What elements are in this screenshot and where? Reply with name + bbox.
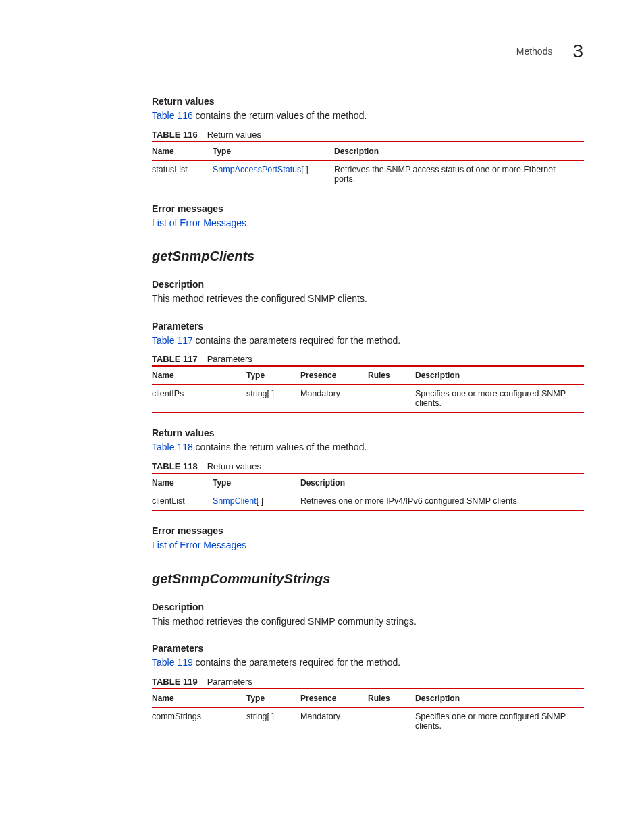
page-header: Methods 3 — [152, 41, 583, 62]
table-119: Name Type Presence Rules Description com… — [152, 688, 584, 735]
col-rules: Rules — [368, 366, 415, 385]
heading-description: Description — [152, 279, 583, 290]
col-type: Type — [246, 689, 300, 708]
table-117: Name Type Presence Rules Description cli… — [152, 365, 584, 413]
cell-type: string[ ] — [246, 385, 300, 413]
col-type: Type — [213, 473, 300, 492]
cell-description: Retrieves one or more IPv4/IPv6 configur… — [300, 492, 584, 510]
cell-type: SnmpAccessPortStatus[ ] — [213, 160, 334, 188]
cell-name: commStrings — [152, 707, 246, 735]
cell-rules — [368, 707, 415, 735]
col-description: Description — [415, 366, 584, 385]
table-119-caption: TABLE 119Parameters — [152, 677, 583, 687]
table-118-link[interactable]: Table 118 — [152, 442, 193, 452]
header-section-label: Methods — [516, 46, 553, 57]
table-116-caption: TABLE 116Return values — [152, 130, 583, 140]
cell-description: Retrieves the SNMP access status of one … — [334, 160, 584, 188]
col-description: Description — [300, 473, 584, 492]
col-name: Name — [152, 473, 213, 492]
method-title-getsnmpclients: getSnmpClients — [152, 249, 583, 264]
col-rules: Rules — [368, 689, 415, 708]
heading-description: Description — [152, 602, 583, 613]
heading-return-values: Return values — [152, 427, 583, 438]
cell-presence: Mandatory — [300, 707, 368, 735]
cell-type: string[ ] — [246, 707, 300, 735]
col-presence: Presence — [300, 366, 368, 385]
table-117-link[interactable]: Table 117 — [152, 335, 193, 346]
heading-error-messages: Error messages — [152, 203, 583, 214]
parameters-sentence-rest: contains the parameters required for the… — [193, 657, 400, 668]
return-values-sentence-rest: contains the return values of the method… — [193, 110, 367, 121]
return-values-sentence: Table 116 contains the return values of … — [152, 109, 583, 123]
table-row: statusList SnmpAccessPortStatus[ ] Retri… — [152, 160, 584, 188]
parameters-sentence-rest: contains the parameters required for the… — [193, 335, 400, 346]
return-values-sentence-rest: contains the return values of the method… — [193, 442, 367, 452]
cell-description: Specifies one or more configured SNMP cl… — [415, 385, 584, 413]
header-chapter-number: 3 — [572, 41, 583, 62]
heading-parameters: Parameters — [152, 643, 583, 654]
col-description: Description — [415, 689, 584, 708]
heading-return-values: Return values — [152, 96, 583, 107]
table-118: Name Type Description clientList SnmpCli… — [152, 473, 584, 511]
snmp-access-port-status-link[interactable]: SnmpAccessPortStatus — [213, 165, 301, 174]
table-118-tag: TABLE 118 — [152, 461, 198, 471]
description-text: This method retrieves the configured SNM… — [152, 292, 583, 306]
col-type: Type — [246, 366, 300, 385]
cell-rules — [368, 385, 415, 413]
table-118-title: Return values — [207, 461, 261, 471]
table-row: clientList SnmpClient[ ] Retrieves one o… — [152, 492, 584, 510]
cell-name: statusList — [152, 160, 213, 188]
table-116-title: Return values — [207, 130, 261, 140]
cell-description: Specifies one or more configured SNMP cl… — [415, 707, 584, 735]
parameters-sentence: Table 117 contains the parameters requir… — [152, 334, 583, 348]
heading-parameters: Parameters — [152, 321, 583, 332]
table-119-title: Parameters — [207, 677, 252, 687]
parameters-sentence: Table 119 contains the parameters requir… — [152, 656, 583, 670]
table-116-tag: TABLE 116 — [152, 130, 198, 140]
col-name: Name — [152, 142, 213, 161]
table-116-link[interactable]: Table 116 — [152, 110, 193, 121]
heading-error-messages: Error messages — [152, 525, 583, 536]
type-suffix: [ ] — [301, 165, 308, 174]
cell-presence: Mandatory — [300, 385, 368, 413]
method-title-getsnmpcommunitystrings: getSnmpCommunityStrings — [152, 571, 583, 587]
return-values-sentence: Table 118 contains the return values of … — [152, 441, 583, 454]
error-messages-link[interactable]: List of Error Messages — [152, 217, 246, 228]
description-text: This method retrieves the configured SNM… — [152, 615, 583, 629]
table-118-caption: TABLE 118Return values — [152, 461, 583, 471]
table-row: commStrings string[ ] Mandatory Specifie… — [152, 707, 584, 735]
col-type: Type — [213, 142, 334, 161]
cell-name: clientList — [152, 492, 213, 510]
col-name: Name — [152, 689, 246, 708]
col-name: Name — [152, 366, 246, 385]
type-suffix: [ ] — [257, 496, 263, 506]
snmp-client-link[interactable]: SnmpClient — [213, 496, 257, 506]
col-description: Description — [334, 142, 584, 161]
table-119-link[interactable]: Table 119 — [152, 657, 193, 668]
error-messages-link[interactable]: List of Error Messages — [152, 540, 246, 550]
table-117-tag: TABLE 117 — [152, 354, 198, 364]
cell-type: SnmpClient[ ] — [213, 492, 300, 510]
table-117-title: Parameters — [207, 354, 252, 364]
table-119-tag: TABLE 119 — [152, 677, 198, 687]
table-117-caption: TABLE 117Parameters — [152, 354, 583, 364]
cell-name: clientIPs — [152, 385, 246, 413]
table-116: Name Type Description statusList SnmpAcc… — [152, 141, 584, 188]
col-presence: Presence — [300, 689, 368, 708]
table-row: clientIPs string[ ] Mandatory Specifies … — [152, 385, 584, 413]
